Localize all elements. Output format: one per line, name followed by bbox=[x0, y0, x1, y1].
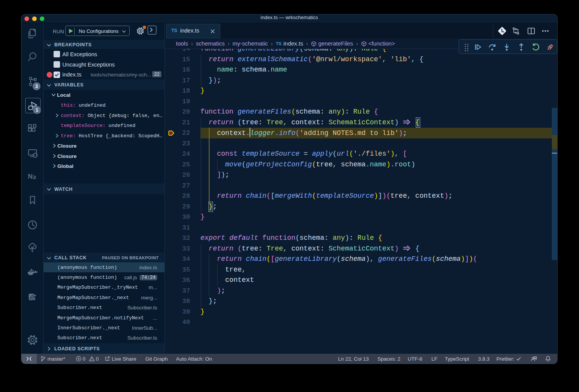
svg-text:N: N bbox=[28, 173, 33, 180]
svg-text:≥: ≥ bbox=[33, 174, 36, 180]
